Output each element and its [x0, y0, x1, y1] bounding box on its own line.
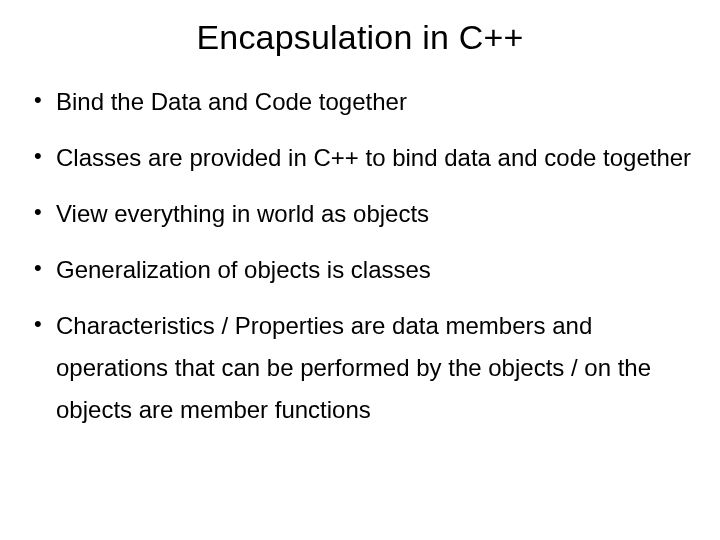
bullet-list: Bind the Data and Code together Classes … [28, 81, 692, 431]
slide-title: Encapsulation in C++ [28, 18, 692, 57]
list-item: Bind the Data and Code together [28, 81, 692, 123]
list-item: Classes are provided in C++ to bind data… [28, 137, 692, 179]
list-item: Characteristics / Properties are data me… [28, 305, 692, 431]
list-item: Generalization of objects is classes [28, 249, 692, 291]
list-item: View everything in world as objects [28, 193, 692, 235]
